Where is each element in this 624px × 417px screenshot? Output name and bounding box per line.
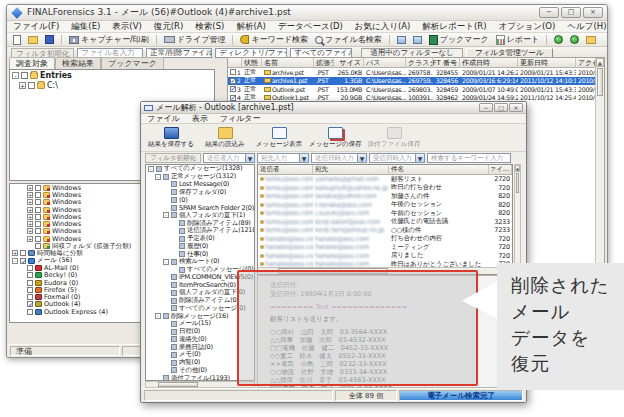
tree-checkbox[interactable] bbox=[35, 236, 41, 242]
tree-checkbox[interactable] bbox=[27, 265, 33, 271]
mail-tree-item[interactable]: 保存フォルダ(0) bbox=[146, 188, 254, 196]
menu-item[interactable]: オプション(O) bbox=[493, 21, 562, 33]
tree-item[interactable]: - Entries bbox=[10, 70, 214, 80]
column-header[interactable]: サイズ bbox=[334, 58, 364, 68]
dialog-close-button[interactable]: × bbox=[509, 103, 523, 112]
sent-date-filter-combo[interactable]: 送信日時入力▼ bbox=[311, 153, 367, 163]
tree-checkbox[interactable] bbox=[27, 280, 33, 286]
menu-item[interactable]: 解析レポート(R) bbox=[416, 21, 492, 33]
message-row[interactable]: tamiu@ass.com t.tanaka@ass.com 午後のセッション … bbox=[258, 201, 512, 210]
tree-checkbox[interactable] bbox=[35, 243, 41, 249]
tree-item[interactable]: + C:\ bbox=[10, 80, 214, 90]
mail-tree-item[interactable]: (0) bbox=[146, 196, 254, 204]
capture-print-button[interactable]: キャプチャー/印刷 bbox=[67, 34, 151, 46]
scroll-up-icon[interactable]: ▲ bbox=[596, 58, 604, 67]
expand-toggle[interactable]: - bbox=[12, 258, 18, 264]
menu-item[interactable]: お気に入り(A) bbox=[349, 21, 417, 33]
tree-checkbox[interactable] bbox=[35, 214, 41, 220]
tree-checkbox[interactable] bbox=[35, 221, 41, 227]
tree-checkbox[interactable] bbox=[21, 72, 28, 79]
column-header[interactable]: 拡張子 bbox=[314, 58, 334, 68]
expand-toggle[interactable]: - bbox=[148, 166, 154, 172]
close-button[interactable]: × bbox=[583, 7, 603, 18]
minimize-button[interactable]: − bbox=[539, 7, 559, 18]
expand-toggle[interactable]: + bbox=[27, 221, 33, 227]
message-row[interactable]: tamiu@ass.com katsujinull@yahoo.ne.jp 昨日… bbox=[258, 184, 512, 193]
message-column-header[interactable]: 宛先 bbox=[313, 165, 389, 175]
drive-manage-button[interactable]: ドライブ管理 bbox=[162, 34, 228, 46]
message-row[interactable]: hanako@ass.com hanako@ass.com 戻りました 720 bbox=[258, 252, 512, 261]
expand-toggle[interactable]: - bbox=[155, 174, 161, 180]
dialog-menu-item[interactable]: フィルター bbox=[214, 113, 267, 124]
scroll-up-icon[interactable]: ▲ bbox=[515, 165, 520, 172]
dialog-toolbar-button[interactable]: メッセージの保存 bbox=[309, 127, 362, 149]
tab-target[interactable]: 調査対象 bbox=[9, 57, 55, 69]
menu-item[interactable]: 解析(A) bbox=[230, 21, 271, 33]
report-button[interactable]: レポート bbox=[494, 34, 542, 46]
folder-open-button[interactable] bbox=[584, 34, 598, 46]
tree-checkbox[interactable] bbox=[27, 272, 33, 278]
bookmark-button[interactable]: ブックマーク bbox=[427, 34, 491, 46]
go-button[interactable] bbox=[552, 34, 565, 46]
tab-bookmarks[interactable]: ブックマーク bbox=[101, 57, 164, 69]
new-button[interactable] bbox=[11, 34, 23, 46]
column-header[interactable]: 状態 bbox=[242, 58, 262, 68]
tree-checkbox[interactable] bbox=[20, 258, 26, 264]
expand-toggle[interactable]: + bbox=[27, 207, 33, 213]
expand-toggle[interactable]: - bbox=[12, 72, 19, 79]
expand-toggle[interactable]: + bbox=[27, 192, 33, 198]
file-row[interactable]: 1 正常 archive.pst .PST 265.0KB C:\Users\s… bbox=[228, 68, 604, 77]
message-column-header[interactable]: 送信者 bbox=[258, 165, 313, 175]
tree-checkbox[interactable] bbox=[27, 301, 33, 307]
dialog-menu-item[interactable]: ファイル bbox=[141, 113, 186, 124]
expand-toggle[interactable]: + bbox=[27, 185, 33, 191]
column-header[interactable]: クラスタ bbox=[406, 58, 433, 68]
tree-checkbox[interactable] bbox=[35, 207, 41, 213]
open-button[interactable] bbox=[26, 34, 40, 46]
menu-item[interactable]: 編集(E) bbox=[65, 21, 106, 33]
filename-search-button[interactable]: ファイル名検索 bbox=[313, 34, 384, 46]
tree-checkbox[interactable] bbox=[27, 287, 33, 293]
menu-item[interactable]: 検索(S) bbox=[189, 21, 230, 33]
list-vertical-scrollbar[interactable]: ▲ bbox=[514, 164, 521, 275]
message-row[interactable]: tamiu@ass.com kenji.tani@shouji.ne.jp ○○… bbox=[258, 226, 512, 235]
received-date-filter-combo[interactable]: 受信日時入力▼ bbox=[369, 153, 425, 163]
mail-tree-item[interactable]: - 正常メッセージ(1312) bbox=[146, 173, 254, 181]
message-row[interactable]: tamiu@ass.com yamada@gmail.com 顧客リスト 272… bbox=[258, 175, 512, 184]
tree-checkbox[interactable] bbox=[35, 192, 41, 198]
file-row[interactable]: 3 正常 Outlook.pst .PST 153.0MB C:\Users\s… bbox=[228, 85, 604, 94]
row-checkbox[interactable] bbox=[230, 69, 236, 75]
dialog-maximize-button[interactable]: □ bbox=[494, 103, 508, 112]
mail-filter-reset-button[interactable]: フィルタ初期化 bbox=[145, 153, 201, 163]
row-checkbox[interactable] bbox=[230, 78, 236, 84]
expand-toggle[interactable]: - bbox=[163, 259, 169, 265]
column-header[interactable]: MFT 番号 bbox=[433, 58, 460, 68]
go2-button[interactable] bbox=[568, 34, 581, 46]
message-column-header[interactable]: ファイ... bbox=[489, 165, 512, 175]
scroll-thumb[interactable] bbox=[516, 173, 519, 193]
view-grid-button[interactable] bbox=[395, 34, 408, 46]
sender-filter-combo[interactable]: 送信者入力▼ bbox=[203, 153, 255, 163]
tree-checkbox[interactable] bbox=[20, 250, 26, 256]
scroll-thumb[interactable] bbox=[158, 382, 198, 387]
recipient-filter-combo[interactable]: 宛先入力▼ bbox=[257, 153, 309, 163]
save-button[interactable] bbox=[43, 34, 56, 46]
message-row[interactable]: tamiu@ass.com j.suzuki@ass.com 午前のセッション … bbox=[258, 209, 512, 218]
main-titlebar[interactable]: FINALForensics 3.1 - メール (56)#Outlook (4… bbox=[7, 5, 607, 21]
message-row[interactable]: tamiu@ass.com tanaka@yahoo.com 加藤さんの件 82… bbox=[258, 192, 512, 201]
file-row[interactable]: 2 正常 archive1.pst .PST 1.3GB C:\Users\sa… bbox=[228, 77, 604, 86]
tree-checkbox[interactable] bbox=[35, 228, 41, 234]
expand-toggle[interactable]: + bbox=[19, 82, 26, 89]
dialog-toolbar-button[interactable]: メッセージ表示 bbox=[255, 127, 303, 149]
dialog-toolbar-button[interactable]: 添付ファイル保存 bbox=[368, 127, 421, 149]
menu-item[interactable]: 表示(V) bbox=[106, 21, 147, 33]
tree-checkbox[interactable] bbox=[27, 309, 33, 315]
row-checkbox[interactable] bbox=[230, 86, 236, 92]
message-row[interactable]: hanako@ass.com hanako@ass.com ミーティング 720 bbox=[258, 243, 512, 252]
menu-item[interactable]: 復元(R) bbox=[148, 21, 190, 33]
expand-toggle[interactable]: - bbox=[155, 313, 161, 319]
column-header[interactable]: パス bbox=[364, 58, 406, 68]
column-header[interactable]: 名前 bbox=[262, 58, 314, 68]
expand-toggle[interactable]: + bbox=[27, 236, 33, 242]
scroll-thumb[interactable] bbox=[597, 68, 603, 96]
